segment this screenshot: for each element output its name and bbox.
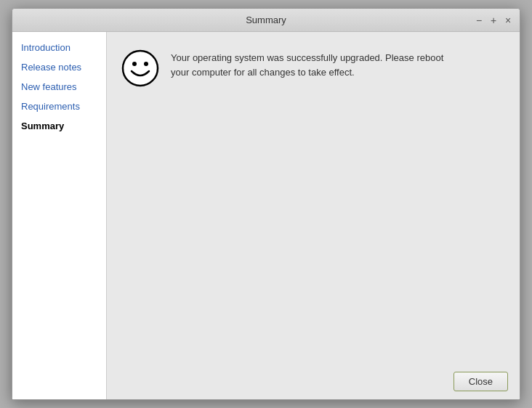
window-body: Introduction Release notes New features …: [12, 32, 520, 399]
svg-point-1: [132, 62, 137, 66]
close-button[interactable]: Close: [454, 372, 508, 391]
window-title: Summary: [246, 15, 286, 25]
smiley-icon: [121, 49, 159, 87]
sidebar-item-release-notes[interactable]: Release notes: [12, 57, 106, 77]
content-area: Your operating system was successfully u…: [107, 32, 520, 363]
title-bar: Summary − + ×: [12, 9, 520, 32]
minimize-button[interactable]: −: [473, 15, 485, 26]
summary-window: Summary − + × Introduction Release notes…: [12, 8, 520, 400]
sidebar: Introduction Release notes New features …: [12, 32, 107, 399]
main-content: Your operating system was successfully u…: [107, 32, 520, 399]
close-window-button[interactable]: ×: [502, 15, 514, 26]
sidebar-item-introduction[interactable]: Introduction: [12, 38, 106, 57]
sidebar-item-new-features[interactable]: New features: [12, 77, 106, 97]
footer: Close: [107, 363, 520, 399]
svg-point-0: [123, 51, 158, 86]
svg-point-2: [144, 62, 148, 66]
success-message: Your operating system was successfully u…: [171, 46, 443, 79]
title-bar-controls: − + ×: [473, 15, 514, 26]
maximize-button[interactable]: +: [488, 15, 499, 26]
sidebar-item-requirements[interactable]: Requirements: [12, 97, 106, 116]
sidebar-item-summary[interactable]: Summary: [12, 116, 106, 136]
